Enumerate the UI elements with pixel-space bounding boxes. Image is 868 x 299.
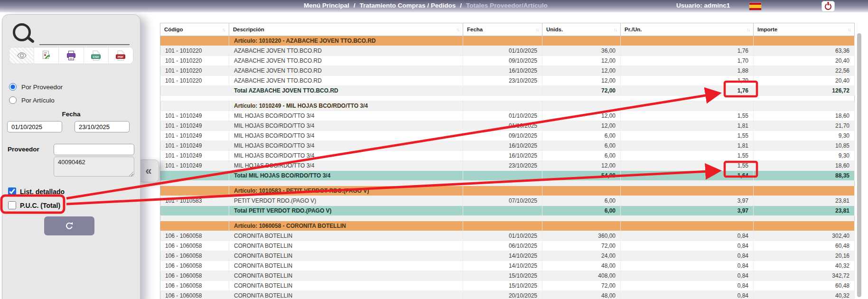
table-cell: CORONITA BOTELLIN [229,281,463,291]
por-proveedor-radio[interactable] [9,83,17,91]
proveedor-codes-textarea[interactable]: 40090462 [54,157,134,177]
list-detallado-checkbox[interactable] [8,187,16,196]
breadcrumb-tratamiento-compras[interactable]: Tratamiento Compras / Pedidos [360,2,456,9]
column-header-descripcion[interactable]: Descripción↑↓ [229,23,463,36]
excel-export-icon [41,50,52,61]
table-cell: 24,00 [542,251,621,261]
radio-por-articulo[interactable]: Por Artículo [9,96,55,104]
table-cell: 101 - 1010249 [160,121,229,131]
table-cell: 106 - 1060058 [160,271,229,281]
csv-badge: CSV [93,56,99,58]
fecha-from-input[interactable] [7,121,62,132]
column-header-unids[interactable]: Unids.↑↓ [542,23,621,36]
table-cell: 360,00 [542,231,621,241]
article-detail-row: 106 - 1060058CORONITA BOTELLIN06/10/2025… [160,241,855,251]
sort-icon[interactable]: ↑↓ [747,27,749,32]
article-detail-row: 106 - 1060058CORONITA BOTELLIN14/10/2025… [160,251,855,261]
table-cell: MIL HOJAS BCO/RDO/TTO 3/4 [229,131,463,141]
sort-icon[interactable]: ↑↓ [535,27,538,32]
table-cell: 106 - 1060058 [160,281,229,291]
article-detail-row: 106 - 1060058CORONITA BOTELLIN15/10/2025… [160,281,855,291]
por-articulo-radio[interactable] [9,96,17,104]
table-cell [160,86,229,96]
table-cell [160,186,229,196]
column-header-codigo[interactable]: Código↑↓ [160,23,229,36]
table-cell: MIL HOJAS BCO/RDO/TTO 3/4 [229,161,463,171]
table-cell: 106 - 1060058 [160,251,229,261]
prun-header-label: Pr./Un. [625,27,642,32]
table-cell: 88,35 [754,171,855,181]
article-detail-row: 101 - 1010249MIL HOJAS BCO/RDO/TTO 3/416… [160,141,855,151]
radio-por-proveedor[interactable]: Por Proveedor [9,83,63,91]
table-cell: 20,40 [754,76,855,86]
proveedor-input[interactable] [54,144,134,155]
print-button[interactable] [59,47,84,64]
spacer-cell [160,96,855,101]
fecha-to-input[interactable] [75,121,130,132]
breadcrumb-menu-principal[interactable]: Menú Principal [304,2,349,9]
por-articulo-label: Por Artículo [21,97,55,104]
sort-icon[interactable]: ↑↓ [848,27,850,32]
checkbox-puc-total[interactable]: P.U.C. (Total) [8,201,60,209]
chevron-double-left-icon: « [145,164,151,178]
table-cell: 101 - 1010220 [160,56,229,66]
table-cell: CORONITA BOTELLIN [229,261,463,271]
checkbox-list-detallado[interactable]: List. detallado [8,187,65,196]
sort-icon[interactable]: ↑↓ [456,27,459,32]
table-cell [463,86,542,96]
proveedor-label: Proveedor [8,146,39,153]
table-cell: 15/10/2025 [463,271,542,281]
table-cell: 0,84 [621,291,754,299]
table-cell: 0,84 [621,231,754,241]
logout-button[interactable] [821,1,835,12]
table-cell [621,36,754,46]
export-excel-button[interactable] [34,47,59,64]
article-total-row: Total PETIT VERDOT RDO.(PAGO V)6,003,972… [160,206,855,216]
sort-icon[interactable]: ↑↓ [614,27,616,32]
table-cell: 342,72 [754,271,855,281]
table-cell [160,171,229,181]
preview-button[interactable] [9,47,34,64]
table-cell: 6,00 [542,141,621,151]
column-header-fecha[interactable]: Fecha↑↓ [463,23,542,36]
list-detallado-label: List. detallado [20,188,65,196]
column-header-prun[interactable]: Pr./Un.↑↓ [621,23,754,36]
table-cell: Artículo: 1010249 - MIL HOJAS BCO/RDO/TT… [229,101,463,111]
vertical-scrollbar-thumb[interactable] [857,33,861,297]
table-header-row: Código↑↓ Descripción↑↓ Fecha↑↓ Unids.↑↓ … [160,23,855,36]
spain-flag-icon[interactable] [749,2,762,10]
table-cell [754,186,855,196]
user-label: Usuario: adminc1 [676,0,730,11]
table-cell: 101 - 1010249 [160,151,229,161]
spacer-cell [160,181,855,186]
search-icon-handle [27,37,35,44]
descripcion-header-label: Descripción [233,27,264,32]
codigo-header-label: Código [164,27,183,32]
refresh-button[interactable] [44,216,94,235]
table-cell: 1,64 [621,171,754,181]
sort-icon[interactable]: ↑↓ [222,27,225,32]
table-cell: 101 - 1010583 [160,196,229,206]
article-group-header-row: Artículo: 1010583 - PETIT VERDOT RDO.(PA… [160,186,855,196]
table-cell: AZABACHE JOVEN TTO.BCO.RD [229,66,463,76]
sidebar-collapse-button[interactable]: « [138,159,159,182]
article-detail-row: 106 - 1060058CORONITA BOTELLIN01/10/2025… [160,231,855,241]
puc-total-checkbox[interactable] [8,201,16,209]
pdf-badge: PDF [118,56,123,58]
export-toolbar: CSV PDF [9,47,133,64]
table-cell [463,221,542,231]
table-cell: 22,56 [754,66,855,76]
table-cell: 12,00 [542,121,621,131]
search-input[interactable] [39,31,130,45]
article-detail-row: 101 - 1010220AZABACHE JOVEN TTO.BCO.RD23… [160,76,855,86]
pdf-file-icon: PDF [115,50,126,61]
table-cell: 20/10/2025 [463,291,542,299]
table-cell: 36,00 [542,46,621,56]
printer-icon [65,50,77,61]
breadcrumb-separator: / [460,2,462,9]
article-detail-row: 106 - 1060058CORONITA BOTELLIN20/10/2025… [160,291,855,299]
export-pdf-button[interactable]: PDF [109,47,133,64]
export-csv-button[interactable]: CSV [84,47,109,64]
column-header-importe[interactable]: Importe↑↓ [754,23,855,36]
table-cell [463,36,542,46]
